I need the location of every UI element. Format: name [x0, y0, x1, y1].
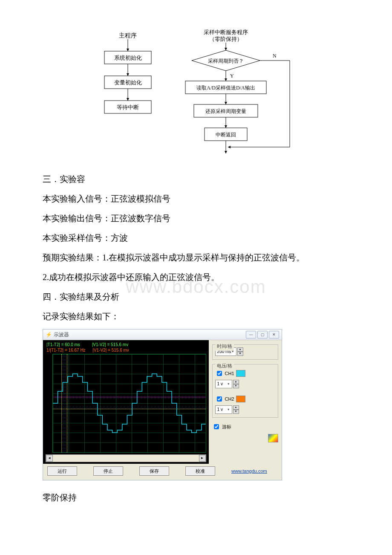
ch2-color-swatch[interactable] — [236, 396, 245, 402]
vendor-logo-icon — [268, 434, 278, 442]
stop-button[interactable]: 停止 — [93, 466, 123, 476]
time-up[interactable]: ▲ — [237, 347, 243, 352]
flow-decision: 采样周期到否？ — [208, 58, 244, 64]
time-per-div-group: 时间/格 200 ms▼ ▲▼ — [212, 344, 278, 360]
section-3-title: 三．实验容 — [43, 171, 349, 188]
ch1-up[interactable]: ▲ — [233, 380, 239, 384]
ch1-enable[interactable] — [217, 371, 222, 376]
flowchart: 主程序 系统初始化 变量初始化 等待中断 采样中断服务程序 （零阶保持） 采样周… — [43, 26, 349, 162]
flow-no-label: N — [273, 53, 277, 59]
flow-right-step-2: 还原采样周期变量 — [205, 108, 246, 114]
s3-line-3: 本实验采样信号：方波 — [43, 229, 349, 246]
scroll-right-icon[interactable]: ► — [199, 455, 206, 462]
ch1-color-swatch[interactable] — [236, 370, 245, 377]
flow-yes-label: Y — [230, 73, 234, 79]
scope-title-text: 示波器 — [54, 330, 69, 340]
save-button[interactable]: 保存 — [139, 466, 169, 476]
oscilloscope-window: ⚡ 示波器 — ▢ ✕ |T1-T2| = 60.0 ms |V1-V2| = … — [43, 329, 282, 480]
close-button[interactable]: ✕ — [269, 331, 279, 338]
s3-line-5: 2.成功在模拟示波器中还原输入的正弦波信号。 — [43, 269, 349, 286]
s3-line-2: 本实验输出信号：正弦波数字信号 — [43, 210, 349, 227]
scope-control-panel: 时间/格 200 ms▼ ▲▼ 电压/格 CH1 1 v▼ ▲▼ — [209, 340, 282, 464]
readout-f12: 1/|T1-T2| = 16.67 Hz — [46, 348, 86, 353]
flow-left-step-1: 系统初始化 — [114, 55, 142, 61]
ch2-down[interactable]: ▼ — [233, 410, 239, 414]
ch2-value-select[interactable]: 1 v▼ — [215, 405, 232, 414]
scope-screen: |T1-T2| = 60.0 ms |V1-V2| = 515.6 mv 1/|… — [43, 340, 209, 464]
calibrate-button[interactable]: 校准 — [185, 466, 215, 476]
scope-app-icon: ⚡ — [46, 330, 52, 340]
ch2-up[interactable]: ▲ — [233, 405, 239, 410]
caption-zero-order-hold: 零阶保持 — [43, 489, 349, 506]
time-group-label: 时间/格 — [215, 341, 234, 351]
volt-per-div-group: 电压/格 CH1 1 v▼ ▲▼ CH2 1 v▼ — [212, 364, 278, 418]
vendor-link[interactable]: www.tangdu.com — [231, 466, 267, 476]
scope-titlebar[interactable]: ⚡ 示波器 — ▢ ✕ — [43, 330, 282, 340]
cursor-enable[interactable] — [214, 424, 219, 429]
s4-line-1: 记录实验结果如下： — [43, 308, 349, 325]
time-down[interactable]: ▼ — [237, 352, 243, 356]
minimize-button[interactable]: — — [246, 331, 256, 338]
flow-right-title-1: 采样中断服务程序 — [204, 29, 248, 35]
s3-line-1: 本实验输入信号：正弦波模拟信号 — [43, 190, 349, 207]
flow-left-step-2: 变量初始化 — [114, 79, 142, 86]
flow-left-step-3: 等待中断 — [117, 104, 139, 110]
ch2-enable[interactable] — [217, 396, 222, 402]
readout-t12: |T1-T2| = 60.0 ms — [46, 342, 80, 347]
flow-right-title-2: （零阶保持） — [209, 36, 242, 42]
scope-grid[interactable] — [52, 354, 206, 453]
ch1-value-select[interactable]: 1 v▼ — [215, 380, 232, 388]
readout-v12b: |V1-V2| = 515.6 mv — [92, 348, 129, 353]
maximize-button[interactable]: ▢ — [257, 331, 268, 338]
ch1-down[interactable]: ▼ — [233, 384, 239, 388]
run-button[interactable]: 运行 — [47, 466, 77, 476]
ch2-label: CH2 — [225, 394, 234, 404]
scope-hscrollbar[interactable]: ◄ ► — [46, 454, 206, 462]
flow-right-step-1: 读取A/D采样值送D/A输出 — [196, 85, 255, 91]
flow-left-title: 主程序 — [119, 32, 137, 39]
section-4-title: 四．实验结果及分析 — [43, 288, 349, 305]
cursor-label: 游标 — [222, 422, 231, 431]
scroll-left-icon[interactable]: ◄ — [46, 455, 53, 462]
waveform-ch1 — [53, 354, 206, 452]
s3-line-4: 预期实验结果：1.在模拟示波器中成功显示采样与保持的正弦波信号。 — [43, 249, 349, 266]
flow-right-step-3: 中断返回 — [216, 132, 236, 138]
volt-group-label: 电压/格 — [215, 361, 234, 370]
readout-v12a: |V1-V2| = 515.6 mv — [92, 342, 129, 347]
